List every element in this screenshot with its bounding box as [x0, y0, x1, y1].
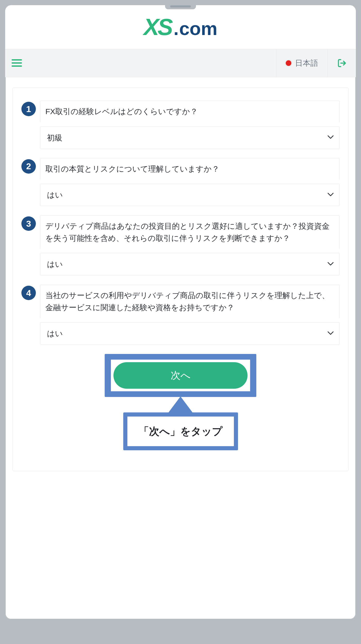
question-number: 3: [21, 216, 36, 231]
form-panel: 1 FX取引の経験レベルはどのくらいですか？ 初級 2: [12, 88, 349, 471]
cta-zone: 次へ 「次へ」をタップ: [21, 354, 340, 450]
device-frame: XS . com 日本語 1 FX取引の経験レベルはどのくらいですか？: [3, 3, 358, 621]
cta-inner: 次へ: [111, 360, 250, 391]
question-block-3: 3 デリバティブ商品はあなたの投資目的とリスク選好に適していますか？投資資金を失…: [21, 215, 340, 275]
brand-dot: .: [174, 18, 179, 39]
question-number: 1: [21, 102, 36, 116]
brand-logo: XS . com: [144, 14, 217, 40]
language-selector[interactable]: 日本語: [276, 49, 327, 77]
hamburger-icon: [12, 59, 22, 67]
question-body: デリバティブ商品はあなたの投資目的とリスク選好に適していますか？投資資金を失う可…: [40, 215, 340, 275]
question-body: 取引の本質とリスクについて理解していますか？ はい: [40, 158, 340, 206]
question-label: 当社のサービスの利用やデリバティブ商品の取引に伴うリスクを理解した上で、金融サー…: [40, 285, 340, 318]
logout-icon: [337, 58, 347, 68]
callout-arrow-icon: [168, 396, 193, 413]
next-button[interactable]: 次へ: [113, 362, 248, 389]
svg-rect-1: [12, 62, 22, 64]
question-label: 取引の本質とリスクについて理解していますか？: [40, 158, 340, 180]
question-block-1: 1 FX取引の経験レベルはどのくらいですか？ 初級: [21, 101, 340, 149]
callout-box: 「次へ」をタップ: [123, 412, 238, 450]
language-label: 日本語: [295, 58, 318, 69]
question-body: 当社のサービスの利用やデリバティブ商品の取引に伴うリスクを理解した上で、金融サー…: [40, 285, 340, 345]
cta-highlight: 次へ: [105, 354, 256, 397]
jp-flag-icon: [286, 60, 291, 66]
question-block-4: 4 当社のサービスの利用やデリバティブ商品の取引に伴うリスクを理解した上で、金融…: [21, 285, 340, 345]
question-block-2: 2 取引の本質とリスクについて理解していますか？ はい: [21, 158, 340, 206]
question-select-wrap: 初級: [40, 126, 340, 149]
financial-experience-select[interactable]: はい: [40, 323, 339, 344]
risk-understanding-select[interactable]: はい: [40, 184, 339, 206]
brand-com: com: [179, 18, 217, 39]
question-select-wrap: はい: [40, 184, 340, 206]
experience-select[interactable]: 初級: [40, 127, 339, 149]
question-label: デリバティブ商品はあなたの投資目的とリスク選好に適していますか？投資資金を失う可…: [40, 215, 340, 249]
question-number: 4: [21, 286, 36, 300]
toolbar: 日本語: [5, 49, 356, 77]
question-number: 2: [21, 159, 36, 174]
svg-rect-0: [12, 59, 22, 61]
logo-bar: XS . com: [5, 5, 356, 49]
derivatives-suitability-select[interactable]: はい: [40, 253, 339, 275]
toolbar-spacer: [28, 49, 276, 77]
svg-rect-2: [12, 65, 22, 67]
logout-button[interactable]: [327, 49, 356, 77]
brand-xs: XS: [144, 14, 171, 40]
question-select-wrap: はい: [40, 253, 340, 275]
device-notch: [165, 4, 196, 9]
menu-button[interactable]: [5, 49, 28, 77]
callout-text: 「次へ」をタップ: [127, 417, 234, 446]
question-body: FX取引の経験レベルはどのくらいですか？ 初級: [40, 101, 340, 149]
question-select-wrap: はい: [40, 322, 340, 345]
question-label: FX取引の経験レベルはどのくらいですか？: [40, 101, 340, 122]
content-area: 1 FX取引の経験レベルはどのくらいですか？ 初級 2: [5, 77, 356, 492]
